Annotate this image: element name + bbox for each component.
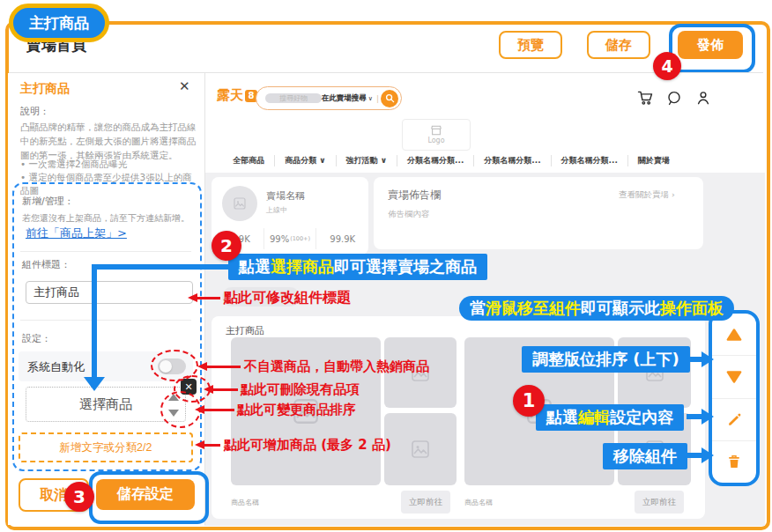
nav-item-promos[interactable]: 強打活動 ∨: [336, 155, 397, 166]
header-icons: [636, 89, 712, 107]
search-scope-select[interactable]: 在此賣場搜尋: [322, 93, 367, 104]
arrow-up-icon: [725, 328, 743, 342]
delete-item-callout: 點此可刪除現有品項: [241, 381, 360, 398]
callout-line: [687, 414, 701, 419]
remove-component-callout: 移除組件: [603, 443, 687, 469]
arrow-right-icon: [701, 351, 714, 367]
select-product-callout: 點選選擇商品即可選擇賣場之商品: [228, 254, 487, 280]
image-icon: [233, 196, 247, 211]
go-now-button-2[interactable]: 立即前往: [635, 491, 684, 514]
stat-rating: 99%(100+): [264, 228, 316, 249]
arrow-left-icon: [197, 362, 207, 371]
callout-line: [207, 366, 241, 368]
featured-product-tutorial-screen: 主打商品 賣場首頁 預覽 儲存 發佈 4 主打商品 ✕ 說明： 凸顯品牌的精華，…: [0, 0, 772, 532]
section-title: 主打商品: [226, 324, 264, 337]
callout-connector-line: [92, 264, 97, 377]
system-auto-label: 系統自動化: [27, 359, 85, 375]
step-badge-2: 2: [212, 231, 241, 261]
callout-line: [204, 444, 220, 447]
board-title: 賣場佈告欄: [388, 188, 441, 203]
move-down-button[interactable]: [712, 355, 756, 397]
callout-connector-line: [95, 264, 229, 270]
component-title-label: 組件標題：: [22, 258, 71, 271]
arrow-right-icon: [701, 409, 714, 425]
board-content: 佈告欄內容: [388, 209, 430, 220]
store-logo-placeholder: Logo: [402, 119, 471, 151]
divider: [20, 251, 191, 252]
nav-item-category-2[interactable]: 分類名稱分類...: [473, 155, 550, 166]
nav-item-all[interactable]: 全部商品: [223, 155, 274, 166]
featured-product-label-badge: 主打商品: [9, 4, 109, 42]
about-store-link[interactable]: 查看關於賣場 ›: [619, 189, 675, 201]
featured-product-settings-panel: 主打商品 ✕ 說明： 凸顯品牌的精華，讓您的商品成為主打品線中的新亮點，左側最大…: [8, 73, 205, 525]
save-button[interactable]: 儲存: [587, 31, 650, 59]
search-icon: [385, 93, 395, 103]
search-input[interactable]: 搜尋好物 在此賣場搜尋 ∨ |: [256, 86, 402, 110]
arrow-left-icon: [195, 405, 204, 414]
store-nav: 全部商品 商品分類 ∨ 強打活動 ∨ 分類名稱分類... 分類名稱分類... 分…: [204, 151, 698, 170]
arrow-left-icon: [188, 293, 197, 302]
sort-item-callout: 點此可變更商品排序: [237, 402, 356, 418]
search-button[interactable]: [381, 90, 398, 107]
featured-badge-text: 主打商品: [29, 13, 89, 33]
description-text: 凸顯品牌的精華，讓您的商品成為主打品線中的新亮點，左側最大張的圖片將選擇商品圖的…: [20, 121, 197, 162]
arrow-left-icon: [195, 440, 204, 449]
preview-header: 露天 8 搜尋好物 在此賣場搜尋 ∨ | Logo: [204, 73, 765, 173]
publish-button[interactable]: 發佈: [678, 31, 743, 59]
add-text-or-category-button[interactable]: 新增文字或分類2/2: [19, 432, 193, 462]
add-product-callout: 點此可增加商品 (最多 2 品): [224, 437, 391, 454]
pencil-icon: [726, 411, 743, 428]
store-status: 上線中: [266, 205, 287, 215]
edit-title-callout: 點此可修改組件標題: [224, 289, 351, 307]
step-badge-3: 3: [64, 482, 94, 512]
component-action-toolbar: [709, 310, 760, 486]
nav-item-category-3[interactable]: 分類名稱分類...: [551, 155, 627, 166]
trash-icon: [726, 454, 742, 470]
divider: [20, 320, 191, 321]
hover-panel-callout: 當滑鼠移至組件即可顯示此操作面板: [459, 296, 734, 321]
store-name: 賣場名稱: [266, 189, 305, 203]
product-name-2: 商品名稱: [464, 498, 493, 507]
bullet-line: • 一次需選擇2個商品曝光: [20, 158, 198, 171]
go-now-button-1[interactable]: 立即前往: [401, 491, 450, 514]
step-badge-1: 1: [513, 385, 545, 417]
user-icon[interactable]: [694, 89, 712, 107]
save-settings-button[interactable]: 儲存設定: [96, 479, 195, 510]
nav-item-category-1[interactable]: 分類名稱分類...: [397, 155, 473, 166]
nav-item-categories[interactable]: 商品分類 ∨: [274, 155, 335, 166]
go-to-listing-link[interactable]: 前往「商品上架」>: [26, 225, 127, 241]
auto-fill-callout: 不自選商品，自動帶入熱銷商品: [244, 358, 429, 375]
store-avatar: [222, 186, 257, 221]
nav-item-about[interactable]: 關於賣場: [627, 155, 679, 166]
edit-button[interactable]: [712, 398, 756, 440]
close-icon[interactable]: ✕: [179, 78, 190, 94]
panel-title: 主打商品: [20, 81, 70, 97]
callout-line: [689, 357, 701, 362]
step-badge-4: 4: [653, 52, 681, 80]
search-placeholder: 搜尋好物: [265, 93, 322, 103]
callout-line: [197, 297, 220, 299]
image-icon: [410, 439, 431, 460]
cart-icon[interactable]: [636, 89, 654, 107]
chevron-down-icon: ∨: [368, 95, 373, 102]
component-title-input[interactable]: [26, 281, 193, 304]
ruten-logo: 露天 8: [217, 87, 257, 104]
manage-hint: 若您還沒有上架商品，請至下方連結新增。: [22, 212, 189, 225]
callout-line: [687, 453, 701, 458]
stat-sales: 99.9K: [315, 228, 368, 249]
store-icon: [430, 125, 442, 136]
manage-label: 新增/管理：: [22, 195, 74, 208]
product-image-placeholder-small-1b: [384, 413, 457, 485]
arrow-left-icon: [204, 385, 213, 394]
chat-icon[interactable]: [665, 89, 683, 107]
product-name-1: 商品名稱: [231, 498, 259, 507]
arrow-down-icon: [84, 377, 105, 391]
settings-label: 設定：: [22, 332, 51, 345]
edit-settings-callout: 點選編輯設定內容: [536, 404, 684, 431]
delete-component-button[interactable]: [712, 440, 756, 483]
preview-button[interactable]: 預覽: [499, 31, 562, 59]
arrow-down-icon: [725, 370, 743, 384]
callout-line: [204, 409, 234, 411]
reorder-callout: 調整版位排序 (上下): [522, 346, 690, 373]
description-label: 說明：: [20, 105, 49, 118]
